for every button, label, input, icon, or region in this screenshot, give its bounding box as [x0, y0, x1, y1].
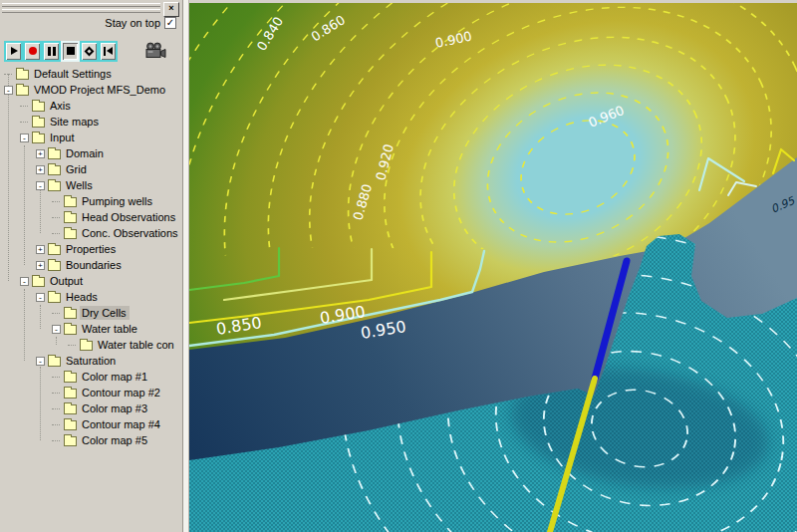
tree-item-site-maps[interactable]: Site maps [0, 114, 182, 130]
tree-item-color-map-3[interactable]: Color map #3 [0, 400, 182, 416]
play-button[interactable] [4, 41, 23, 62]
folder-icon [64, 229, 77, 239]
record-icon [29, 47, 37, 55]
folder-icon [64, 436, 77, 446]
tree-item-label: Site maps [48, 115, 102, 129]
tree-connector [52, 193, 61, 209]
tree-connector [52, 385, 61, 400]
movie-camera-icon[interactable] [143, 42, 167, 60]
tree-item-vmod-project-mfs-demo[interactable]: -VMOD Project MFS_Demo [0, 82, 182, 98]
plus-expander-icon[interactable]: + [36, 165, 45, 174]
folder-icon [16, 70, 29, 80]
tree-item-default-settings[interactable]: Default Settings [0, 66, 182, 82]
tree-item-label: Water table con [96, 338, 177, 352]
tree-connector [52, 432, 61, 448]
tree-item-contour-map-2[interactable]: Contour map #2 [0, 385, 182, 400]
folder-icon [64, 420, 77, 430]
folder-icon [64, 404, 77, 414]
stay-on-top-label: Stay on top [105, 17, 160, 29]
stay-on-top-option: Stay on top ✓ [105, 17, 176, 29]
tree-item-contour-map-4[interactable]: Contour map #4 [0, 416, 182, 432]
tree-item-conc-observations[interactable]: Conc. Observations [0, 225, 182, 241]
tree-item-label: Color map #5 [80, 433, 150, 447]
tree-item-label: Water table [80, 322, 140, 336]
folder-icon [48, 245, 61, 255]
record-button[interactable] [23, 41, 42, 62]
close-icon[interactable]: × [163, 2, 179, 17]
tree-item-saturation[interactable]: -Saturation [0, 353, 182, 369]
tree-connector [52, 400, 61, 416]
tree-item-output[interactable]: -Output [0, 273, 182, 289]
minus-expander-icon[interactable]: - [36, 357, 45, 366]
minus-expander-icon[interactable]: - [20, 277, 29, 286]
folder-icon [48, 149, 61, 159]
play-icon [11, 47, 18, 55]
folder-icon [64, 309, 77, 319]
tree-connector [20, 114, 29, 130]
tree-item-water-table[interactable]: -Water table [0, 321, 182, 337]
folder-icon [48, 261, 61, 271]
plus-expander-icon[interactable]: + [36, 261, 45, 270]
tree-item-label: Boundaries [64, 258, 125, 272]
tree-item-color-map-5[interactable]: Color map #5 [0, 432, 182, 448]
3d-view[interactable]: 0.840 0.860 0.900 0.960 0.920 0.880 0.85… [189, 0, 797, 532]
tree-item-label: Saturation [64, 354, 119, 368]
folder-icon [32, 118, 45, 128]
tree-item-label: Grid [64, 162, 90, 176]
pause-button[interactable] [42, 41, 61, 62]
tree-item-grid[interactable]: +Grid [0, 161, 182, 177]
tree-item-pumping-wells[interactable]: Pumping wells [0, 193, 182, 209]
tree-item-dry-cells[interactable]: Dry Cells [0, 305, 182, 321]
tree-item-wells[interactable]: -Wells [0, 177, 182, 193]
folder-icon [64, 389, 77, 399]
plus-expander-icon[interactable]: + [36, 149, 45, 158]
folder-icon [32, 102, 45, 112]
step-back-button[interactable] [99, 41, 118, 62]
folder-icon [48, 357, 61, 367]
tree-item-label: VMOD Project MFS_Demo [32, 83, 168, 97]
tree-item-label: Input [48, 131, 77, 144]
tree-item-label: Pumping wells [80, 194, 155, 208]
folder-icon [16, 86, 29, 96]
tree-connector [52, 209, 61, 225]
folder-icon [64, 373, 77, 383]
stop-icon [67, 47, 75, 55]
tree-item-head-observations[interactable]: Head Observations [0, 209, 182, 225]
tree-item-input[interactable]: -Input [0, 130, 182, 145]
minus-expander-icon[interactable]: - [20, 133, 29, 142]
tree-item-color-map-1[interactable]: Color map #1 [0, 369, 182, 385]
tree-item-label: Default Settings [32, 67, 115, 81]
plus-expander-icon[interactable]: + [36, 245, 45, 254]
application-window: × Stay on top ✓ [0, 0, 797, 532]
tree-item-label: Color map #3 [80, 401, 150, 415]
tree-item-label: Contour map #4 [80, 417, 163, 431]
minus-expander-icon[interactable]: - [52, 325, 61, 334]
minus-expander-icon[interactable]: - [36, 293, 45, 302]
tree-item-water-table-con[interactable]: Water table con [0, 337, 182, 353]
stay-on-top-checkbox[interactable]: ✓ [164, 17, 176, 29]
tree-item-domain[interactable]: +Domain [0, 145, 182, 161]
panel-grip-handle[interactable] [2, 3, 160, 15]
tree-connector [20, 98, 29, 114]
toolbar-buttons [4, 41, 118, 62]
folder-icon [64, 325, 77, 335]
folder-icon [80, 341, 93, 351]
minus-expander-icon[interactable]: - [4, 86, 13, 95]
project-tree-panel: × Stay on top ✓ [0, 0, 183, 532]
minus-expander-icon[interactable]: - [36, 181, 45, 190]
tree-item-label: Head Observations [80, 210, 178, 224]
stop-button[interactable] [61, 41, 80, 62]
tree-item-heads[interactable]: -Heads [0, 289, 182, 305]
tree-item-label: Wells [64, 178, 96, 192]
tree-item-label: Contour map #2 [80, 386, 163, 399]
tree-item-axis[interactable]: Axis [0, 98, 182, 114]
loop-button[interactable] [80, 41, 99, 62]
step-back-icon [104, 47, 113, 56]
tree-item-properties[interactable]: +Properties [0, 241, 182, 257]
tree-connector [4, 66, 13, 82]
tree-connector [52, 305, 61, 321]
tree-connector [68, 337, 77, 353]
folder-icon [32, 133, 45, 143]
tree-item-boundaries[interactable]: +Boundaries [0, 257, 182, 273]
pause-icon [48, 47, 56, 56]
